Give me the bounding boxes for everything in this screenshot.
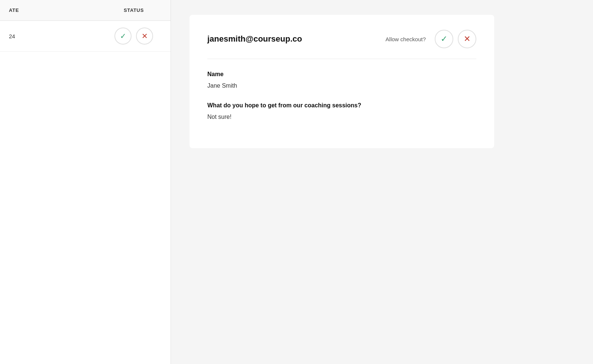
allow-checkout-label: Allow checkout? [386, 36, 426, 42]
name-field-value: Jane Smith [207, 81, 476, 90]
name-field-section: Name Jane Smith [207, 71, 476, 90]
name-field-label: Name [207, 71, 476, 78]
row-date-value: 24 [9, 33, 106, 39]
approve-checkout-button[interactable]: ✓ [435, 30, 453, 48]
status-column-header: STATUS [106, 7, 162, 13]
header-actions: ✓ ✕ [435, 30, 476, 48]
date-column-header: ATE [9, 7, 106, 13]
coaching-field-value: Not sure! [207, 113, 476, 121]
coaching-field-label: What do you hope to get from our coachin… [207, 102, 476, 109]
detail-header: janesmith@courseup.co Allow checkout? ✓ … [207, 30, 476, 59]
reject-checkout-button[interactable]: ✕ [458, 30, 476, 48]
table-row: 24 ✓ ✕ [0, 21, 171, 52]
row-reject-button[interactable]: ✕ [136, 27, 153, 45]
user-email: janesmith@courseup.co [207, 34, 377, 44]
right-panel: janesmith@courseup.co Allow checkout? ✓ … [171, 0, 593, 364]
reject-x-icon: ✕ [464, 34, 470, 44]
detail-card: janesmith@courseup.co Allow checkout? ✓ … [189, 15, 494, 148]
row-approve-button[interactable]: ✓ [114, 27, 132, 45]
table-header: ATE STATUS [0, 0, 171, 21]
row-actions: ✓ ✕ [106, 27, 162, 45]
checkmark-icon: ✓ [120, 32, 126, 40]
coaching-field-section: What do you hope to get from our coachin… [207, 102, 476, 121]
x-icon: ✕ [142, 32, 148, 40]
left-panel: ATE STATUS 24 ✓ ✕ [0, 0, 171, 364]
approve-checkmark-icon: ✓ [441, 34, 447, 44]
